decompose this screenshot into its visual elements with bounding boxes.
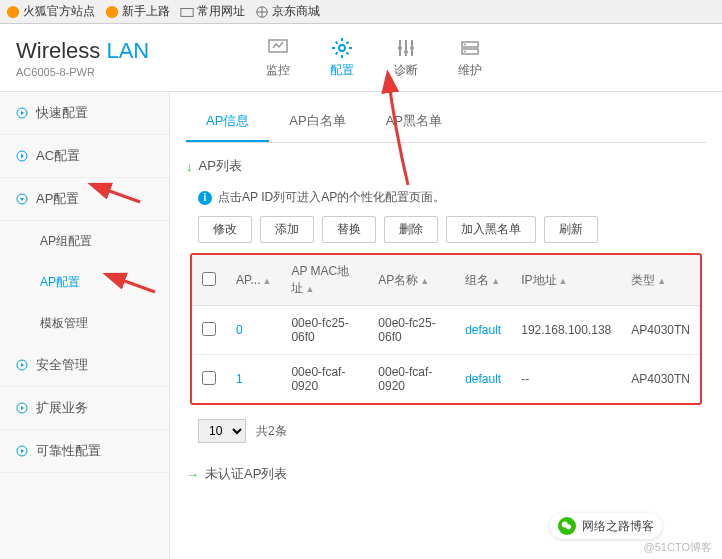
sidebar: 快速配置 AC配置 AP配置 AP组配置 AP配置 模板管理 安全管理 扩展业务…	[0, 92, 170, 559]
col-group[interactable]: 组名▲	[455, 255, 511, 306]
modify-button[interactable]: 修改	[198, 216, 252, 243]
firefox-icon	[105, 5, 119, 19]
diagnose-icon	[394, 36, 418, 60]
section-unauth-ap: →未认证AP列表	[186, 465, 706, 483]
col-ap-id[interactable]: AP...▲	[226, 255, 281, 306]
wechat-text: 网络之路博客	[582, 518, 654, 535]
ap-table: AP...▲ AP MAC地址▲ AP名称▲ 组名▲ IP地址▲ 类型▲ 0 0…	[192, 255, 700, 403]
topnav-label: 监控	[266, 62, 290, 79]
sidebar-label: AC配置	[36, 147, 80, 165]
sort-icon: ▲	[491, 276, 500, 286]
svg-point-5	[339, 45, 345, 51]
pager-total: 共2条	[256, 423, 287, 440]
monitor-icon	[266, 36, 290, 60]
sidebar-item-security[interactable]: 安全管理	[0, 344, 169, 387]
topnav-label: 配置	[330, 62, 354, 79]
folder-icon	[180, 5, 194, 19]
play-icon	[16, 359, 28, 371]
brand: Wireless LAN AC6005-8-PWR	[16, 38, 196, 78]
svg-point-0	[7, 5, 19, 17]
sidebar-item-extend[interactable]: 扩展业务	[0, 387, 169, 430]
content-tabs: AP信息 AP白名单 AP黑名单	[186, 102, 706, 143]
sidebar-item-ac-config[interactable]: AC配置	[0, 135, 169, 178]
col-name[interactable]: AP名称▲	[368, 255, 455, 306]
tab-ap-blacklist[interactable]: AP黑名单	[366, 102, 462, 142]
row-checkbox[interactable]	[202, 322, 216, 336]
sidebar-sub-ap-config[interactable]: AP配置	[0, 262, 169, 303]
cell-ip: 192.168.100.138	[511, 306, 621, 355]
info-icon: i	[198, 191, 212, 205]
col-type[interactable]: 类型▲	[621, 255, 700, 306]
cell-mac: 00e0-fcaf-0920	[281, 355, 368, 404]
cell-type: AP4030TN	[621, 355, 700, 404]
table-row: 1 00e0-fcaf-0920 00e0-fcaf-0920 default …	[192, 355, 700, 404]
sidebar-sub-ap-group[interactable]: AP组配置	[0, 221, 169, 262]
sidebar-label: 扩展业务	[36, 399, 88, 417]
app-header: Wireless LAN AC6005-8-PWR 监控 配置 诊断 维护	[0, 24, 722, 92]
bookmark-label: 常用网址	[197, 3, 245, 20]
tab-ap-info[interactable]: AP信息	[186, 102, 269, 142]
sidebar-label: AP配置	[40, 274, 80, 291]
topnav-diagnose[interactable]: 诊断	[384, 32, 428, 83]
sort-icon: ▲	[420, 276, 429, 286]
svg-point-7	[404, 50, 408, 54]
select-all-checkbox[interactable]	[202, 272, 216, 286]
hint-row: i点击AP ID列可进入AP的个性化配置页面。	[198, 189, 706, 206]
ap-id-link[interactable]: 0	[236, 323, 243, 337]
sidebar-label: AP组配置	[40, 233, 92, 250]
group-link[interactable]: default	[465, 323, 501, 337]
page-size-select[interactable]: 10	[198, 419, 246, 443]
right-arrow-icon: →	[186, 467, 199, 482]
bookmark-firefox[interactable]: 火狐官方站点	[6, 3, 95, 20]
topnav-monitor[interactable]: 监控	[256, 32, 300, 83]
wechat-badge: 网络之路博客	[550, 513, 662, 539]
sidebar-sub-template[interactable]: 模板管理	[0, 303, 169, 344]
replace-button[interactable]: 替换	[322, 216, 376, 243]
tab-ap-whitelist[interactable]: AP白名单	[269, 102, 365, 142]
play-icon	[16, 445, 28, 457]
svg-point-1	[106, 5, 118, 17]
refresh-button[interactable]: 刷新	[544, 216, 598, 243]
cell-mac: 00e0-fc25-06f0	[281, 306, 368, 355]
sort-icon: ▲	[559, 276, 568, 286]
toolbar: 修改 添加 替换 删除 加入黑名单 刷新	[198, 216, 706, 243]
sidebar-label: 安全管理	[36, 356, 88, 374]
sort-icon: ▲	[657, 276, 666, 286]
bookmarks-bar: 火狐官方站点 新手上路 常用网址 京东商城	[0, 0, 722, 24]
play-down-icon	[16, 193, 28, 205]
blacklist-button[interactable]: 加入黑名单	[446, 216, 536, 243]
topnav-config[interactable]: 配置	[320, 32, 364, 83]
sidebar-item-ap-config[interactable]: AP配置	[0, 178, 169, 221]
cell-name: 00e0-fcaf-0920	[368, 355, 455, 404]
svg-rect-2	[181, 8, 193, 16]
bookmark-jd[interactable]: 京东商城	[255, 3, 320, 20]
group-link[interactable]: default	[465, 372, 501, 386]
cell-name: 00e0-fc25-06f0	[368, 306, 455, 355]
sidebar-item-reliability[interactable]: 可靠性配置	[0, 430, 169, 473]
row-checkbox[interactable]	[202, 371, 216, 385]
play-icon	[16, 107, 28, 119]
add-button[interactable]: 添加	[260, 216, 314, 243]
col-ip[interactable]: IP地址▲	[511, 255, 621, 306]
sidebar-label: 快速配置	[36, 104, 88, 122]
bookmark-newbie[interactable]: 新手上路	[105, 3, 170, 20]
svg-point-8	[410, 46, 414, 50]
col-check[interactable]	[192, 255, 226, 306]
topnav-maintain[interactable]: 维护	[448, 32, 492, 83]
col-mac[interactable]: AP MAC地址▲	[281, 255, 368, 306]
sidebar-label: 模板管理	[40, 315, 88, 332]
section-ap-list: ↓AP列表	[186, 157, 706, 175]
sidebar-label: AP配置	[36, 190, 79, 208]
play-icon	[16, 402, 28, 414]
wechat-icon	[558, 517, 576, 535]
delete-button[interactable]: 删除	[384, 216, 438, 243]
svg-point-6	[398, 46, 402, 50]
bookmark-label: 火狐官方站点	[23, 3, 95, 20]
down-arrow-icon: ↓	[186, 159, 193, 174]
topnav-label: 诊断	[394, 62, 418, 79]
bookmark-common[interactable]: 常用网址	[180, 3, 245, 20]
ap-table-highlight: AP...▲ AP MAC地址▲ AP名称▲ 组名▲ IP地址▲ 类型▲ 0 0…	[190, 253, 702, 405]
sidebar-item-quick-config[interactable]: 快速配置	[0, 92, 169, 135]
firefox-icon	[6, 5, 20, 19]
ap-id-link[interactable]: 1	[236, 372, 243, 386]
